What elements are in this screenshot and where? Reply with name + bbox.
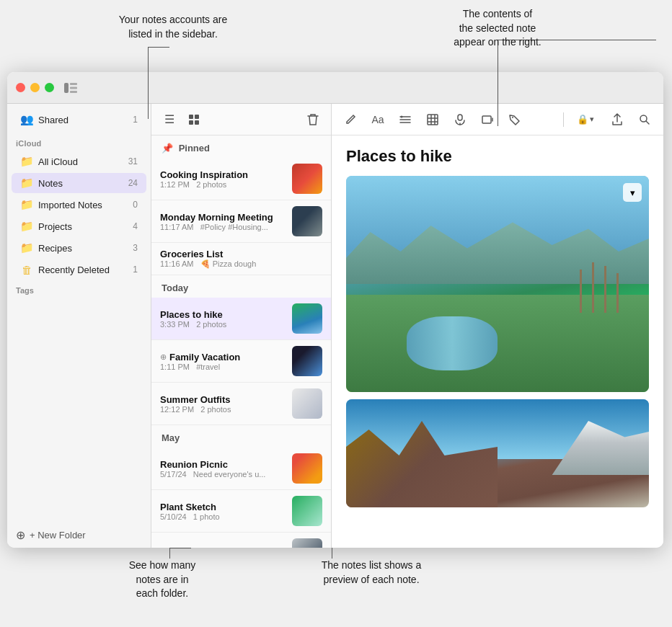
sidebar-imported-label: Imported Notes	[38, 200, 133, 210]
note-title-vacation: Family Vacation	[169, 352, 240, 363]
note-meta-monday: 11:17 AM #Policy #Housing...	[160, 223, 286, 231]
share-button[interactable]	[607, 110, 627, 130]
note-meta-plant: 5/10/24 1 photo	[160, 512, 286, 521]
checklist-button[interactable]	[395, 110, 415, 130]
delete-button[interactable]	[304, 110, 322, 129]
sidebar-item-shared[interactable]: 👥 Shared 1	[12, 110, 146, 130]
folder-icon-imported: 📁	[20, 198, 33, 211]
sidebar-icloud-header: iCloud	[7, 130, 151, 151]
note-info-hike: Places to hike 3:33 PM 2 photos	[160, 309, 286, 329]
note-meta-cooking: 1:12 PM 2 photos	[160, 180, 286, 189]
note-info-vacation: ⊕ Family Vacation 1:11 PM #travel	[160, 352, 286, 371]
sidebar-projects-label: Projects	[38, 221, 133, 232]
note-thumb-picnic	[292, 453, 322, 484]
note-meta-outfits: 12:12 PM 2 photos	[160, 405, 286, 414]
lock-button[interactable]: 🔒▾	[571, 110, 600, 130]
line4	[498, 40, 656, 40]
close-button[interactable]	[16, 83, 25, 92]
minimize-button[interactable]	[30, 83, 40, 92]
grid-view-button[interactable]	[185, 110, 203, 129]
note-title-picnic: Reunion Picnic	[160, 459, 286, 470]
note-thumb-vacation	[292, 346, 322, 376]
traffic-lights	[16, 83, 54, 92]
folder-icon-notes: 📁	[20, 177, 33, 190]
note-title-monday: Monday Morning Meeting	[160, 212, 286, 223]
line7	[332, 548, 332, 559]
pinned-header: 📌 Pinned	[151, 135, 331, 158]
new-folder-label: + New Folder	[30, 530, 86, 541]
svg-rect-0	[64, 83, 68, 93]
note-item-cooking[interactable]: Cooking Inspiration 1:12 PM 2 photos	[151, 158, 331, 200]
note-meta-hike: 3:33 PM 2 photos	[160, 320, 286, 329]
note-detail-content: Places to hike	[332, 135, 663, 548]
note-info-plant: Plant Sketch 5/10/24 1 photo	[160, 502, 286, 521]
note-title-outfits: Summer Outfits	[160, 394, 286, 405]
note-thumb-monday	[292, 206, 322, 236]
note-detail-toolbar: Aa	[332, 104, 663, 135]
sidebar-shared-label: Shared	[38, 115, 133, 125]
notes-list-toolbar: ☰	[151, 104, 331, 135]
sidebar-item-projects[interactable]: 📁 Projects 4	[12, 216, 146, 236]
sidebar-allicloud-label: All iCloud	[38, 156, 128, 167]
note-thumb-hike	[292, 303, 322, 334]
note-item-plant[interactable]: Plant Sketch 5/10/24 1 photo	[151, 490, 331, 533]
note-item-groceries[interactable]: Groceries List 11:16 AM 🍕 Pizza dough	[151, 243, 331, 275]
callout-preview: The notes list shows apreview of each no…	[288, 559, 454, 587]
note-item-outfits[interactable]: Summer Outfits 12:12 PM 2 photos	[151, 383, 331, 425]
audio-button[interactable]	[450, 110, 470, 130]
note-info-monday: Monday Morning Meeting 11:17 AM #Policy …	[160, 212, 286, 231]
line6	[169, 548, 191, 548]
note-meta-groceries: 11:16 AM 🍕 Pizza dough	[160, 259, 322, 269]
note-info-picnic: Reunion Picnic 5/17/24 Need everyone's u…	[160, 459, 286, 479]
folder-icon-allicloud: 📁	[20, 155, 33, 168]
note-item-hike[interactable]: Places to hike 3:33 PM 2 photos	[151, 298, 331, 340]
sidebar-item-imported[interactable]: 📁 Imported Notes 0	[12, 195, 146, 215]
note-title-hike: Places to hike	[160, 309, 286, 320]
note-info-groceries: Groceries List 11:16 AM 🍕 Pizza dough	[160, 249, 322, 269]
expand-image-button[interactable]: ▾	[623, 183, 642, 202]
note-thumb-outfits	[292, 388, 322, 419]
svg-point-8	[401, 115, 403, 117]
trash-icon-deleted: 🗑	[20, 263, 33, 276]
svg-rect-3	[70, 91, 77, 93]
format-button[interactable]: Aa	[368, 110, 388, 130]
sidebar-shared-count: 1	[133, 115, 138, 125]
note-thumb-snowscape	[292, 538, 322, 548]
line2	[148, 47, 169, 48]
svg-rect-10	[458, 115, 462, 120]
svg-rect-9	[428, 115, 438, 125]
sidebar-deleted-label: Recently Deleted	[38, 264, 133, 275]
note-title-groceries: Groceries List	[160, 249, 322, 259]
note-detail: Aa	[332, 104, 663, 548]
new-folder-button[interactable]: ⊕ + New Folder	[7, 522, 151, 548]
maximize-button[interactable]	[45, 83, 54, 92]
note-item-picnic[interactable]: Reunion Picnic 5/17/24 Need everyone's u…	[151, 448, 331, 490]
note-item-snowscape[interactable]: Snowscape Photography	[151, 533, 331, 548]
note-meta-picnic: 5/17/24 Need everyone's u...	[160, 470, 286, 479]
note-meta-vacation: 1:11 PM #travel	[160, 363, 286, 371]
table-button[interactable]	[423, 110, 443, 130]
note-item-vacation[interactable]: ⊕ Family Vacation 1:11 PM #travel	[151, 340, 331, 383]
list-view-button[interactable]: ☰	[160, 110, 179, 129]
sidebar-recipes-label: Recipes	[38, 243, 133, 254]
media-button[interactable]	[477, 110, 498, 130]
sidebar-toggle[interactable]	[63, 80, 79, 96]
sidebar-imported-count: 0	[133, 200, 138, 210]
sidebar-recipes-count: 3	[133, 243, 138, 253]
sidebar-notes-label: Notes	[38, 178, 128, 189]
sidebar-item-deleted[interactable]: 🗑 Recently Deleted 1	[12, 259, 146, 280]
edit-button[interactable]	[340, 110, 361, 130]
search-detail-button[interactable]	[635, 110, 655, 130]
sidebar-item-notes[interactable]: 📁 Notes 24	[12, 173, 146, 193]
notes-list-content: 📌 Pinned Cooking Inspiration 1:12 PM 2 p…	[151, 135, 331, 548]
tag-button[interactable]	[505, 110, 525, 130]
sidebar-item-recipes[interactable]: 📁 Recipes 3	[12, 238, 146, 258]
sidebar-allicloud-count: 31	[128, 156, 138, 166]
titlebar	[7, 72, 663, 104]
svg-rect-2	[70, 86, 77, 89]
note-info-cooking: Cooking Inspiration 1:12 PM 2 photos	[160, 169, 286, 189]
svg-point-12	[512, 117, 513, 118]
sidebar-item-allicloud[interactable]: 📁 All iCloud 31	[12, 151, 146, 172]
note-item-monday[interactable]: Monday Morning Meeting 11:17 AM #Policy …	[151, 200, 331, 243]
note-info-outfits: Summer Outfits 12:12 PM 2 photos	[160, 394, 286, 414]
